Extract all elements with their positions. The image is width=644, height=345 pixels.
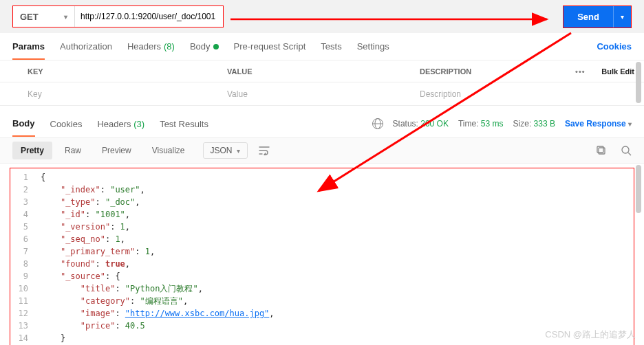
format-select[interactable]: JSON▾ [203,142,248,159]
request-bar: GET ▾ Send ▾ [0,0,644,33]
time-value: 53 ms [481,119,504,129]
view-row: Pretty Raw Preview Visualize JSON▾ [0,137,644,164]
headers-count: (8) [164,41,175,52]
tab-params[interactable]: Params [12,41,45,60]
url-input[interactable] [75,6,223,27]
body-active-dot-icon [213,44,219,49]
send-button[interactable]: Send [564,6,613,27]
view-raw[interactable]: Raw [56,142,89,159]
send-more-button[interactable]: ▾ [613,6,631,27]
status-bar: Status: 200 OK Time: 53 ms Size: 333 B S… [372,118,632,129]
save-response-button[interactable]: Save Response ▾ [565,119,632,129]
resp-tab-headers[interactable]: Headers (3) [97,119,144,129]
resp-tab-body[interactable]: Body [12,118,35,137]
tab-authorization[interactable]: Authorization [60,41,112,52]
http-method-label: GET [20,12,39,22]
line-gutter: 123456789101112131415 [10,168,34,345]
more-icon[interactable]: ••• [568,67,592,76]
response-body[interactable]: 123456789101112131415 { "_index": "user"… [10,168,634,345]
http-method-select[interactable]: GET ▾ [13,6,75,27]
wrap-lines-icon[interactable] [259,146,270,155]
key-placeholder: Key [28,89,227,99]
response-tabs: Body Cookies Headers (3) Test Results St… [0,110,644,137]
search-icon[interactable] [621,145,632,156]
cookies-link[interactable]: Cookies [597,41,632,52]
scrollbar[interactable] [636,165,641,213]
tab-prerequest[interactable]: Pre-request Script [234,41,306,52]
resp-tab-cookies[interactable]: Cookies [50,119,83,129]
json-code: { "_index": "user", "_type": "_doc", "_i… [34,168,281,345]
col-desc: DESCRIPTION [420,67,568,76]
view-pretty[interactable]: Pretty [12,142,52,159]
params-table-header: KEY VALUE DESCRIPTION ••• Bulk Edit [0,60,644,82]
globe-icon[interactable] [372,118,383,129]
value-placeholder: Value [227,89,420,99]
tab-body[interactable]: Body [190,41,219,52]
tab-settings[interactable]: Settings [357,41,389,52]
view-visualize[interactable]: Visualize [144,142,193,159]
tab-headers[interactable]: Headers (8) [127,41,175,52]
col-value: VALUE [227,67,420,76]
view-preview[interactable]: Preview [94,142,140,159]
request-tabs: Params Authorization Headers (8) Body Pr… [0,33,644,60]
tab-tests[interactable]: Tests [321,41,341,52]
desc-placeholder: Description [420,89,644,99]
copy-icon[interactable] [596,145,607,156]
watermark: CSDN @路上的追梦人 [545,329,636,341]
chevron-down-icon: ▾ [64,13,67,21]
svg-line-3 [628,153,631,155]
params-empty-row[interactable]: Key Value Description [0,82,644,106]
col-key: KEY [28,67,227,76]
scrollbar[interactable] [636,62,641,103]
svg-point-2 [622,146,629,153]
send-group: Send ▾ [563,5,632,28]
status-value: 200 OK [420,119,449,129]
size-value: 333 B [534,119,555,129]
method-url-group: GET ▾ [12,5,224,27]
resp-tab-test-results[interactable]: Test Results [160,119,208,129]
